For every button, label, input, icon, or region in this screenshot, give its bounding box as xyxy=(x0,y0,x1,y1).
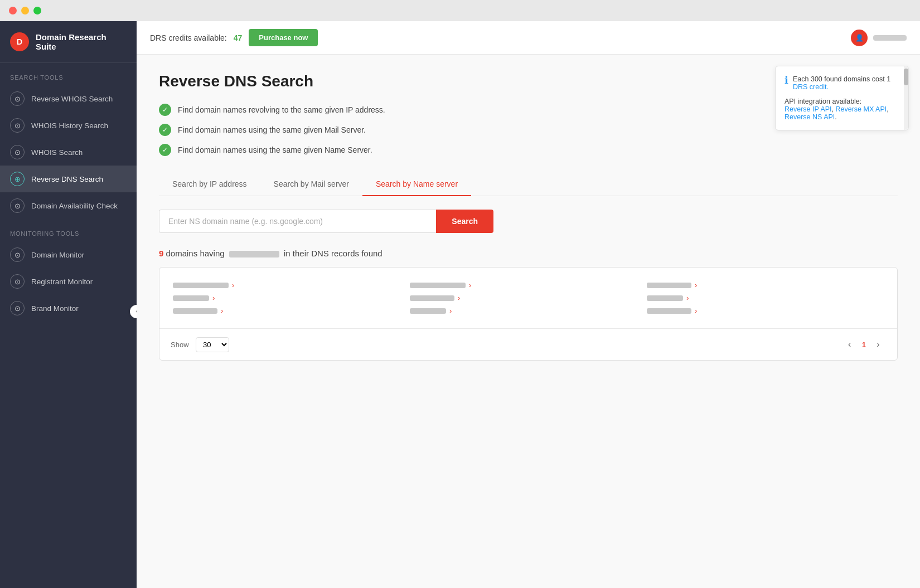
search-tools-label: Search tools xyxy=(0,63,137,85)
result-col-2: › › › xyxy=(410,279,647,317)
credits-count: 47 xyxy=(234,33,243,42)
info-box: ℹ Each 300 found domains cost 1 DRS cred… xyxy=(775,66,909,130)
sidebar-item-label: Domain Availability Check xyxy=(31,202,118,210)
table-row: › xyxy=(647,291,884,304)
purchase-now-button[interactable]: Purchase now xyxy=(249,29,318,46)
sidebar-item-label: Domain Monitor xyxy=(31,251,84,259)
reverse-dns-icon: ⊕ xyxy=(10,172,25,186)
search-button[interactable]: Search xyxy=(436,210,493,233)
result-domain xyxy=(647,295,683,301)
result-domain xyxy=(410,295,454,301)
sidebar-item-domain-monitor[interactable]: ⊙ Domain Monitor xyxy=(0,241,137,268)
domain-monitor-icon: ⊙ xyxy=(10,247,25,262)
result-domain xyxy=(173,308,217,314)
search-area: Search xyxy=(159,210,493,233)
table-footer: Show 30 10 50 100 ‹ 1 › xyxy=(159,328,897,360)
search-input[interactable] xyxy=(159,210,436,233)
tab-name-server[interactable]: Search by Name server xyxy=(362,174,471,196)
result-arrow: › xyxy=(458,294,460,302)
reverse-ns-api-link[interactable]: Reverse NS API xyxy=(785,113,835,121)
sidebar-item-label: Reverse WHOIS Search xyxy=(31,95,113,103)
tab-ip-address[interactable]: Search by IP address xyxy=(159,174,260,196)
whois-search-icon: ⊙ xyxy=(10,145,25,159)
drs-credit-link[interactable]: DRS credit. xyxy=(793,83,829,91)
result-arrow: › xyxy=(232,281,234,289)
result-arrow: › xyxy=(695,307,697,315)
table-row: › xyxy=(647,279,884,291)
sidebar-item-domain-availability[interactable]: ⊙ Domain Availability Check xyxy=(0,192,137,219)
api-integration-text: API integration available: Reverse IP AP… xyxy=(785,98,899,121)
app-title: Domain Research Suite xyxy=(36,32,127,51)
result-domain xyxy=(647,283,691,288)
result-arrow: › xyxy=(469,281,471,289)
sidebar-item-brand-monitor[interactable]: ⊙ Brand Monitor xyxy=(0,295,137,322)
logo-icon: D xyxy=(10,32,29,51)
brand-monitor-icon: ⊙ xyxy=(10,301,25,315)
check-icon-3: ✓ xyxy=(159,144,171,156)
reverse-ip-api-link[interactable]: Reverse IP API xyxy=(785,105,832,113)
result-col-3: › › › xyxy=(647,279,884,317)
sidebar-item-label: Registrant Monitor xyxy=(31,278,93,286)
show-control: Show 30 10 50 100 xyxy=(171,337,229,352)
search-tabs: Search by IP address Search by Mail serv… xyxy=(159,174,898,196)
table-row: › xyxy=(173,304,410,317)
user-avatar: 👤 xyxy=(851,30,868,46)
table-row: › xyxy=(410,279,647,291)
result-col-1: › › › xyxy=(173,279,410,317)
result-domain xyxy=(410,308,446,314)
sidebar-item-registrant-monitor[interactable]: ⊙ Registrant Monitor xyxy=(0,268,137,295)
show-select[interactable]: 30 10 50 100 xyxy=(196,337,229,352)
header-left: DRS credits available: 47 Purchase now xyxy=(150,29,318,46)
result-arrow: › xyxy=(221,307,223,315)
minimize-button[interactable] xyxy=(21,7,29,14)
table-row: › xyxy=(410,304,647,317)
result-domain xyxy=(173,295,209,301)
user-name xyxy=(873,35,907,41)
domain-availability-icon: ⊙ xyxy=(10,198,25,213)
tab-mail-server[interactable]: Search by Mail server xyxy=(260,174,362,196)
feature-item-3: ✓ Find domain names using the same given… xyxy=(159,144,898,156)
sidebar-item-whois-search[interactable]: ⊙ WHOIS Search xyxy=(0,139,137,166)
maximize-button[interactable] xyxy=(33,7,41,14)
results-table: › › › xyxy=(159,267,898,361)
whois-history-icon: ⊙ xyxy=(10,118,25,133)
sidebar-item-label: WHOIS History Search xyxy=(31,122,108,130)
next-page-button[interactable]: › xyxy=(870,337,886,352)
pagination: ‹ 1 › xyxy=(842,337,886,352)
sidebar-logo: D Domain Research Suite xyxy=(0,21,137,63)
traffic-lights xyxy=(0,0,920,21)
result-arrow: › xyxy=(449,307,452,315)
content-area: ℹ Each 300 found domains cost 1 DRS cred… xyxy=(137,55,920,588)
sidebar-item-label: Brand Monitor xyxy=(31,304,79,313)
result-domain xyxy=(410,283,466,288)
info-icon: ℹ xyxy=(785,74,788,86)
credits-label: DRS credits available: xyxy=(150,33,227,42)
table-row: › xyxy=(173,279,410,291)
info-box-header: ℹ Each 300 found domains cost 1 DRS cred… xyxy=(785,75,899,91)
results-grid: › › › xyxy=(159,268,897,328)
table-row: › xyxy=(647,304,884,317)
info-box-text: Each 300 found domains cost 1 DRS credit… xyxy=(793,75,899,91)
header-right: 👤 xyxy=(851,30,907,46)
result-domain xyxy=(173,283,229,288)
sidebar-item-reverse-dns[interactable]: ⊕ Reverse DNS Search xyxy=(0,166,137,192)
result-arrow: › xyxy=(695,281,697,289)
results-info: 9 domains having in their DNS records fo… xyxy=(159,249,898,258)
sidebar-item-reverse-whois[interactable]: ⊙ Reverse WHOIS Search xyxy=(0,85,137,112)
check-icon-1: ✓ xyxy=(159,104,171,116)
results-redacted-value xyxy=(229,251,279,257)
monitoring-tools-label: Monitoring tools xyxy=(0,219,137,241)
prev-page-button[interactable]: ‹ xyxy=(842,337,858,352)
sidebar-item-label: WHOIS Search xyxy=(31,148,83,157)
sidebar-item-whois-history[interactable]: ⊙ WHOIS History Search xyxy=(0,112,137,139)
current-page: 1 xyxy=(862,341,866,349)
header: DRS credits available: 47 Purchase now 👤 xyxy=(137,21,920,55)
reverse-mx-api-link[interactable]: Reverse MX API xyxy=(836,105,887,113)
result-arrow: › xyxy=(212,294,215,302)
table-row: › xyxy=(173,291,410,304)
close-button[interactable] xyxy=(9,7,17,14)
registrant-monitor-icon: ⊙ xyxy=(10,274,25,289)
sidebar: D Domain Research Suite Search tools ⊙ R… xyxy=(0,21,137,588)
result-arrow: › xyxy=(686,294,689,302)
results-count: 9 xyxy=(159,249,163,258)
